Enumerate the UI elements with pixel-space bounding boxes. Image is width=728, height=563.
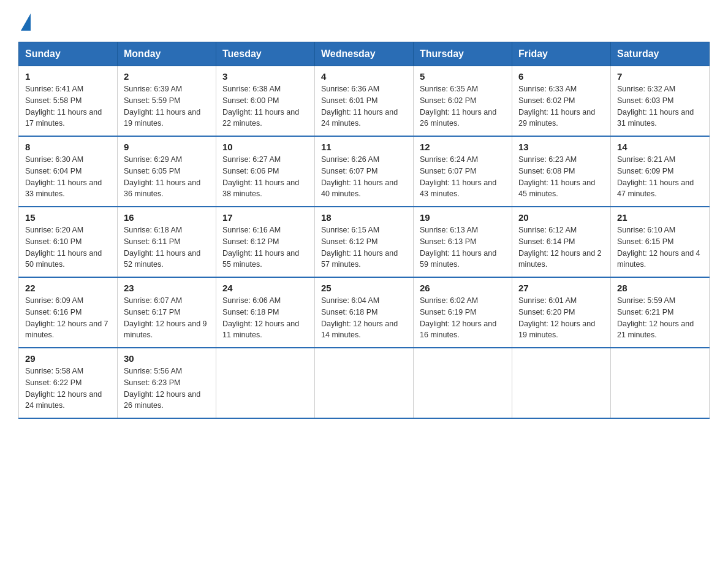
calendar-table: SundayMondayTuesdayWednesdayThursdayFrid… — [18, 42, 710, 419]
day-info: Sunrise: 6:02 AMSunset: 6:19 PMDaylight:… — [420, 295, 506, 341]
day-info: Sunrise: 5:59 AMSunset: 6:21 PMDaylight:… — [617, 295, 703, 341]
day-number: 4 — [321, 71, 407, 82]
calendar-cell: 26Sunrise: 6:02 AMSunset: 6:19 PMDayligh… — [414, 277, 512, 348]
calendar-cell: 2Sunrise: 6:39 AMSunset: 5:59 PMDaylight… — [118, 66, 216, 137]
calendar-cell: 1Sunrise: 6:41 AMSunset: 5:58 PMDaylight… — [19, 66, 118, 137]
day-info: Sunrise: 6:18 AMSunset: 6:11 PMDaylight:… — [124, 224, 210, 270]
day-info: Sunrise: 6:21 AMSunset: 6:09 PMDaylight:… — [617, 154, 703, 200]
calendar-cell: 16Sunrise: 6:18 AMSunset: 6:11 PMDayligh… — [118, 207, 216, 277]
calendar-cell: 23Sunrise: 6:07 AMSunset: 6:17 PMDayligh… — [118, 277, 216, 348]
day-info: Sunrise: 6:20 AMSunset: 6:10 PMDaylight:… — [25, 224, 111, 270]
day-number: 3 — [222, 71, 308, 82]
day-info: Sunrise: 6:27 AMSunset: 6:06 PMDaylight:… — [222, 154, 308, 200]
calendar-cell: 15Sunrise: 6:20 AMSunset: 6:10 PMDayligh… — [19, 207, 118, 277]
calendar-cell — [512, 348, 611, 418]
day-number: 2 — [124, 71, 210, 82]
calendar-cell: 18Sunrise: 6:15 AMSunset: 6:12 PMDayligh… — [315, 207, 414, 277]
column-header-sunday: Sunday — [19, 42, 118, 66]
calendar-cell: 30Sunrise: 5:56 AMSunset: 6:23 PMDayligh… — [118, 348, 216, 418]
week-row-2: 8Sunrise: 6:30 AMSunset: 6:04 PMDaylight… — [19, 136, 710, 207]
day-info: Sunrise: 6:06 AMSunset: 6:18 PMDaylight:… — [222, 295, 308, 341]
logo — [18, 12, 31, 29]
day-number: 13 — [518, 142, 604, 152]
day-number: 17 — [222, 212, 308, 223]
calendar-cell: 3Sunrise: 6:38 AMSunset: 6:00 PMDaylight… — [216, 66, 315, 137]
calendar-cell: 27Sunrise: 6:01 AMSunset: 6:20 PMDayligh… — [512, 277, 611, 348]
week-row-4: 22Sunrise: 6:09 AMSunset: 6:16 PMDayligh… — [19, 277, 710, 348]
day-info: Sunrise: 6:24 AMSunset: 6:07 PMDaylight:… — [420, 154, 506, 200]
day-number: 29 — [25, 353, 111, 364]
day-number: 6 — [518, 71, 604, 82]
calendar-cell — [611, 348, 710, 418]
day-info: Sunrise: 6:13 AMSunset: 6:13 PMDaylight:… — [420, 224, 506, 270]
column-header-thursday: Thursday — [414, 42, 512, 66]
day-number: 26 — [420, 283, 506, 293]
calendar-cell — [414, 348, 512, 418]
day-info: Sunrise: 6:12 AMSunset: 6:14 PMDaylight:… — [518, 224, 604, 270]
calendar-cell: 22Sunrise: 6:09 AMSunset: 6:16 PMDayligh… — [19, 277, 118, 348]
day-number: 10 — [222, 142, 308, 152]
column-header-monday: Monday — [118, 42, 216, 66]
calendar-cell: 8Sunrise: 6:30 AMSunset: 6:04 PMDaylight… — [19, 136, 118, 207]
day-number: 18 — [321, 212, 407, 223]
calendar-cell: 20Sunrise: 6:12 AMSunset: 6:14 PMDayligh… — [512, 207, 611, 277]
day-number: 7 — [617, 71, 703, 82]
calendar-cell: 17Sunrise: 6:16 AMSunset: 6:12 PMDayligh… — [216, 207, 315, 277]
calendar-cell: 6Sunrise: 6:33 AMSunset: 6:02 PMDaylight… — [512, 66, 611, 137]
day-number: 28 — [617, 283, 703, 293]
calendar-cell: 21Sunrise: 6:10 AMSunset: 6:15 PMDayligh… — [611, 207, 710, 277]
day-info: Sunrise: 6:07 AMSunset: 6:17 PMDaylight:… — [124, 295, 210, 341]
day-number: 14 — [617, 142, 703, 152]
day-info: Sunrise: 6:16 AMSunset: 6:12 PMDaylight:… — [222, 224, 308, 270]
day-number: 15 — [25, 212, 111, 223]
column-header-wednesday: Wednesday — [315, 42, 414, 66]
column-header-saturday: Saturday — [611, 42, 710, 66]
calendar-cell: 10Sunrise: 6:27 AMSunset: 6:06 PMDayligh… — [216, 136, 315, 207]
day-number: 11 — [321, 142, 407, 152]
day-number: 23 — [124, 283, 210, 293]
day-info: Sunrise: 5:58 AMSunset: 6:22 PMDaylight:… — [25, 366, 111, 412]
day-number: 5 — [420, 71, 506, 82]
calendar-cell: 4Sunrise: 6:36 AMSunset: 6:01 PMDaylight… — [315, 66, 414, 137]
calendar-cell: 7Sunrise: 6:32 AMSunset: 6:03 PMDaylight… — [611, 66, 710, 137]
day-info: Sunrise: 6:04 AMSunset: 6:18 PMDaylight:… — [321, 295, 407, 341]
day-number: 19 — [420, 212, 506, 223]
calendar-cell: 14Sunrise: 6:21 AMSunset: 6:09 PMDayligh… — [611, 136, 710, 207]
day-info: Sunrise: 6:35 AMSunset: 6:02 PMDaylight:… — [420, 83, 506, 129]
day-info: Sunrise: 6:30 AMSunset: 6:04 PMDaylight:… — [25, 154, 111, 200]
day-info: Sunrise: 6:36 AMSunset: 6:01 PMDaylight:… — [321, 83, 407, 129]
day-number: 16 — [124, 212, 210, 223]
column-header-friday: Friday — [512, 42, 611, 66]
day-number: 1 — [25, 71, 111, 82]
week-row-3: 15Sunrise: 6:20 AMSunset: 6:10 PMDayligh… — [19, 207, 710, 277]
calendar-body: 1Sunrise: 6:41 AMSunset: 5:58 PMDaylight… — [19, 66, 710, 419]
day-info: Sunrise: 6:15 AMSunset: 6:12 PMDaylight:… — [321, 224, 407, 270]
day-number: 24 — [222, 283, 308, 293]
calendar-cell: 25Sunrise: 6:04 AMSunset: 6:18 PMDayligh… — [315, 277, 414, 348]
day-info: Sunrise: 6:26 AMSunset: 6:07 PMDaylight:… — [321, 154, 407, 200]
day-number: 21 — [617, 212, 703, 223]
day-info: Sunrise: 6:23 AMSunset: 6:08 PMDaylight:… — [518, 154, 604, 200]
calendar-cell: 29Sunrise: 5:58 AMSunset: 6:22 PMDayligh… — [19, 348, 118, 418]
day-info: Sunrise: 6:39 AMSunset: 5:59 PMDaylight:… — [124, 83, 210, 129]
day-number: 30 — [124, 353, 210, 364]
week-row-1: 1Sunrise: 6:41 AMSunset: 5:58 PMDaylight… — [19, 66, 710, 137]
day-info: Sunrise: 6:10 AMSunset: 6:15 PMDaylight:… — [617, 224, 703, 270]
calendar-cell: 9Sunrise: 6:29 AMSunset: 6:05 PMDaylight… — [118, 136, 216, 207]
calendar-cell: 11Sunrise: 6:26 AMSunset: 6:07 PMDayligh… — [315, 136, 414, 207]
day-number: 22 — [25, 283, 111, 293]
calendar-cell — [315, 348, 414, 418]
day-info: Sunrise: 6:09 AMSunset: 6:16 PMDaylight:… — [25, 295, 111, 341]
day-info: Sunrise: 6:01 AMSunset: 6:20 PMDaylight:… — [518, 295, 604, 341]
header-row: SundayMondayTuesdayWednesdayThursdayFrid… — [19, 42, 710, 66]
calendar-cell: 28Sunrise: 5:59 AMSunset: 6:21 PMDayligh… — [611, 277, 710, 348]
calendar-cell: 24Sunrise: 6:06 AMSunset: 6:18 PMDayligh… — [216, 277, 315, 348]
page-header — [18, 12, 710, 29]
week-row-5: 29Sunrise: 5:58 AMSunset: 6:22 PMDayligh… — [19, 348, 710, 418]
day-number: 20 — [518, 212, 604, 223]
day-number: 12 — [420, 142, 506, 152]
calendar-cell: 19Sunrise: 6:13 AMSunset: 6:13 PMDayligh… — [414, 207, 512, 277]
calendar-cell: 5Sunrise: 6:35 AMSunset: 6:02 PMDaylight… — [414, 66, 512, 137]
column-header-tuesday: Tuesday — [216, 42, 315, 66]
day-info: Sunrise: 6:33 AMSunset: 6:02 PMDaylight:… — [518, 83, 604, 129]
